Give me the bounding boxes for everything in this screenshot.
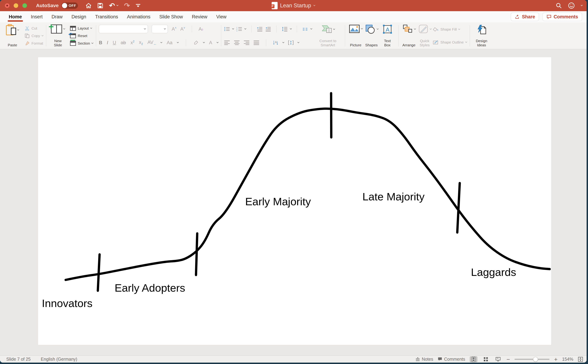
- bullets-button[interactable]: [224, 26, 230, 32]
- align-left-button[interactable]: [224, 40, 230, 45]
- fullscreen-button[interactable]: [22, 3, 27, 8]
- account-icon[interactable]: [568, 2, 575, 9]
- slide-label-early-adopters[interactable]: Early Adopters: [115, 282, 185, 294]
- numbering-button[interactable]: 123: [236, 26, 242, 32]
- curve-tick-mark-3[interactable]: [331, 93, 331, 137]
- undo-chevron-icon[interactable]: [116, 4, 118, 6]
- zoom-slider-knob[interactable]: [533, 357, 538, 362]
- share-button[interactable]: Share: [511, 13, 539, 21]
- undo-button[interactable]: ↶: [109, 2, 118, 9]
- picture-chevron-icon[interactable]: [361, 27, 363, 29]
- tab-draw[interactable]: Draw: [51, 12, 63, 22]
- shape-outline-chevron-icon[interactable]: [465, 41, 467, 43]
- character-spacing-button[interactable]: AV↔: [147, 40, 156, 46]
- change-case-chevron-icon[interactable]: [177, 41, 179, 43]
- paste-chevron-icon[interactable]: [17, 29, 19, 31]
- picture-button[interactable]: Picture: [348, 24, 364, 48]
- strikethrough-button[interactable]: ab: [121, 40, 126, 46]
- layout-chevron-icon[interactable]: [90, 27, 92, 29]
- columns-chevron-icon[interactable]: [310, 28, 312, 30]
- redo-button[interactable]: ↷: [124, 2, 130, 9]
- font-color-button[interactable]: A: [209, 40, 212, 46]
- decrease-indent-button[interactable]: [257, 26, 263, 32]
- slide-label-late-majority[interactable]: Late Majority: [362, 190, 425, 203]
- minimize-button[interactable]: [14, 3, 18, 8]
- slide-label-innovators[interactable]: Innovators: [42, 297, 93, 309]
- align-text-vertical-chevron-icon[interactable]: [297, 41, 299, 43]
- curve-tick-mark-2[interactable]: [196, 234, 197, 275]
- notes-button[interactable]: Notes: [415, 357, 433, 362]
- arrange-chevron-icon[interactable]: [414, 28, 416, 30]
- home-icon[interactable]: [86, 3, 92, 8]
- tab-home[interactable]: Home: [8, 12, 22, 22]
- fit-slide-to-window-button[interactable]: [578, 357, 583, 362]
- bullets-chevron-icon[interactable]: [232, 28, 234, 30]
- decrease-font-size-button[interactable]: A˅: [180, 26, 185, 32]
- increase-font-size-button[interactable]: A˄: [172, 26, 176, 32]
- tab-slide-show[interactable]: Slide Show: [159, 12, 183, 22]
- character-spacing-chevron-icon[interactable]: [160, 41, 162, 43]
- copy-chevron-icon[interactable]: [41, 34, 43, 36]
- status-comments-button[interactable]: Comments: [438, 357, 465, 362]
- design-ideas-button[interactable]: Design Ideas: [473, 24, 491, 48]
- copy-button[interactable]: Copy: [25, 32, 43, 39]
- text-highlight-button[interactable]: [193, 40, 199, 45]
- tab-view[interactable]: View: [216, 12, 227, 22]
- save-icon[interactable]: [97, 3, 103, 8]
- format-painter-button[interactable]: Format: [25, 40, 43, 47]
- shape-outline-button[interactable]: Shape Outline: [433, 39, 467, 46]
- shape-fill-chevron-icon[interactable]: [458, 28, 460, 30]
- text-direction-chevron-icon[interactable]: [282, 41, 284, 43]
- new-slide-chevron-icon[interactable]: [63, 28, 65, 30]
- layout-button[interactable]: Layout: [70, 25, 93, 32]
- line-spacing-button[interactable]: [282, 26, 288, 32]
- convert-smartart-button[interactable]: Convert to SmartArt: [314, 24, 342, 48]
- comments-button[interactable]: Comments: [542, 13, 582, 21]
- paste-button[interactable]: Paste: [5, 24, 20, 48]
- zoom-slider[interactable]: [514, 359, 549, 360]
- shapes-chevron-icon[interactable]: [377, 28, 379, 30]
- font-color-chevron-icon[interactable]: [216, 41, 218, 43]
- align-text-vertical-button[interactable]: [288, 40, 294, 45]
- zoom-out-button[interactable]: −: [507, 356, 510, 362]
- tab-review[interactable]: Review: [191, 12, 208, 22]
- slide-label-laggards[interactable]: Laggards: [471, 266, 516, 278]
- font-name-combo[interactable]: [99, 25, 148, 33]
- new-slide-button[interactable]: + New Slide: [49, 24, 67, 48]
- clear-formatting-button[interactable]: A◊: [199, 26, 203, 32]
- curve-tick-mark-4[interactable]: [457, 183, 460, 233]
- tab-design[interactable]: Design: [71, 12, 87, 22]
- change-case-button[interactable]: Aa: [167, 40, 172, 46]
- title-chevron-icon[interactable]: [313, 4, 315, 6]
- customize-toolbar-button[interactable]: [136, 4, 140, 7]
- text-highlight-chevron-icon[interactable]: [203, 41, 205, 43]
- normal-view-button[interactable]: [470, 356, 477, 362]
- slide-workspace[interactable]: InnovatorsEarly AdoptersEarly MajorityLa…: [0, 49, 587, 356]
- text-direction-button[interactable]: A: [273, 40, 279, 45]
- quick-styles-button[interactable]: Quick Styles: [417, 24, 433, 48]
- font-size-chevron-icon[interactable]: [164, 28, 166, 30]
- columns-button[interactable]: [302, 26, 308, 32]
- zoom-level[interactable]: 154%: [562, 357, 573, 362]
- document-title[interactable]: Lean Startup: [280, 2, 311, 9]
- adoption-curve-path[interactable]: [66, 109, 550, 280]
- increase-indent-button[interactable]: [265, 26, 271, 32]
- superscript-button[interactable]: x2: [131, 40, 134, 46]
- align-center-button[interactable]: [234, 40, 240, 45]
- subscript-button[interactable]: x2: [139, 40, 143, 46]
- shape-fill-button[interactable]: Shape Fill: [433, 26, 467, 33]
- numbering-chevron-icon[interactable]: [244, 28, 246, 30]
- italic-button[interactable]: I: [107, 40, 108, 46]
- language-indicator[interactable]: English (Germany): [41, 357, 77, 362]
- slide-sorter-view-button[interactable]: [482, 356, 490, 362]
- bold-button[interactable]: B: [99, 40, 102, 46]
- tab-animations[interactable]: Animations: [127, 12, 151, 22]
- autosave-toggle[interactable]: OFF: [61, 2, 78, 9]
- tab-insert[interactable]: Insert: [30, 12, 43, 22]
- underline-button[interactable]: U: [113, 40, 116, 46]
- convert-smartart-chevron-icon[interactable]: [333, 28, 335, 30]
- search-icon[interactable]: [556, 3, 562, 9]
- reset-button[interactable]: ↶ Reset: [70, 32, 93, 39]
- curve-tick-mark-1[interactable]: [98, 254, 100, 291]
- shapes-button[interactable]: Shapes: [364, 24, 379, 48]
